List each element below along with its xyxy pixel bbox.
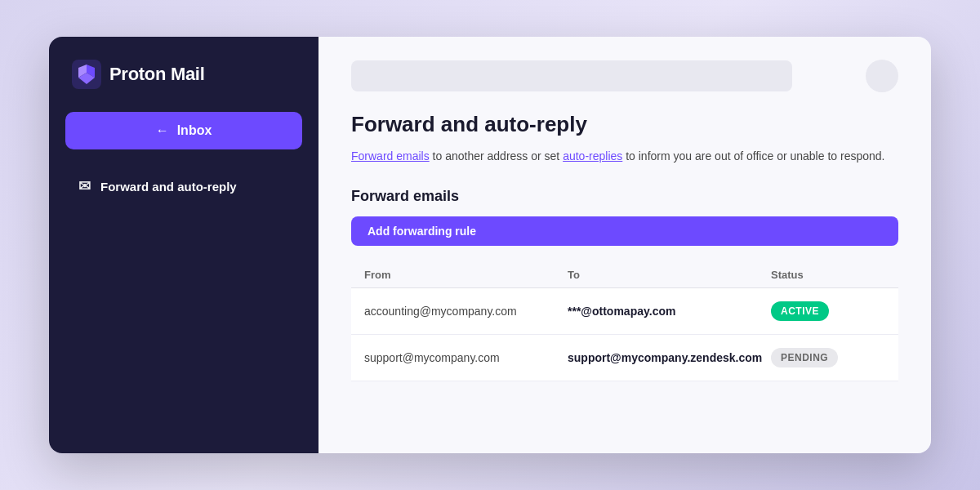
cell-from-1: accounting@mycompany.com	[364, 305, 568, 318]
logo-area: Proton Mail	[65, 60, 302, 89]
page-description: Forward emails to another address or set…	[351, 147, 898, 165]
sidebar-item-forward-autoreply[interactable]: ✉ Forward and auto-reply	[65, 166, 302, 207]
cell-from-2: support@mycompany.com	[364, 351, 568, 364]
settings-button[interactable]	[866, 60, 898, 92]
top-bar	[351, 60, 898, 92]
status-badge-pending: PENDING	[771, 348, 838, 368]
header-from: From	[364, 269, 568, 281]
header-status: Status	[771, 269, 885, 281]
forward-autoreply-icon: ✉	[78, 177, 91, 195]
section-title: Forward emails	[351, 188, 898, 205]
add-forwarding-rule-button[interactable]: Add forwarding rule	[351, 216, 898, 246]
nav-item-label: Forward and auto-reply	[100, 180, 237, 194]
cell-status-2: PENDING	[771, 348, 885, 368]
app-name: Proton Mail	[109, 64, 204, 85]
table-header: From To Status	[351, 262, 898, 288]
forwarding-table: From To Status accounting@mycompany.com …	[351, 262, 898, 381]
main-content: Forward and auto-reply Forward emails to…	[318, 37, 931, 453]
desc-part2: to inform you are out of office or unabl…	[622, 149, 884, 163]
cell-to-1: ***@ottomapay.com	[568, 305, 771, 318]
header-to: To	[568, 269, 771, 281]
app-container: Proton Mail ← Inbox ✉ Forward and auto-r…	[49, 37, 931, 453]
proton-logo-icon	[72, 60, 101, 89]
inbox-button[interactable]: ← Inbox	[65, 112, 302, 149]
arrow-left-icon: ←	[156, 123, 169, 138]
cell-to-2: support@mycompany.zendesk.com	[568, 351, 771, 364]
sidebar: Proton Mail ← Inbox ✉ Forward and auto-r…	[49, 37, 318, 453]
page-title: Forward and auto-reply	[351, 112, 898, 137]
status-badge-active: ACTIVE	[771, 301, 829, 321]
cell-status-1: ACTIVE	[771, 301, 885, 321]
desc-part1: to another address or set	[430, 149, 563, 163]
forward-emails-link[interactable]: Forward emails	[351, 149, 430, 163]
search-bar[interactable]	[351, 60, 792, 91]
inbox-label: Inbox	[177, 123, 212, 138]
table-row: accounting@mycompany.com ***@ottomapay.c…	[351, 288, 898, 335]
table-row: support@mycompany.com support@mycompany.…	[351, 335, 898, 381]
auto-replies-link[interactable]: auto-replies	[563, 149, 622, 163]
